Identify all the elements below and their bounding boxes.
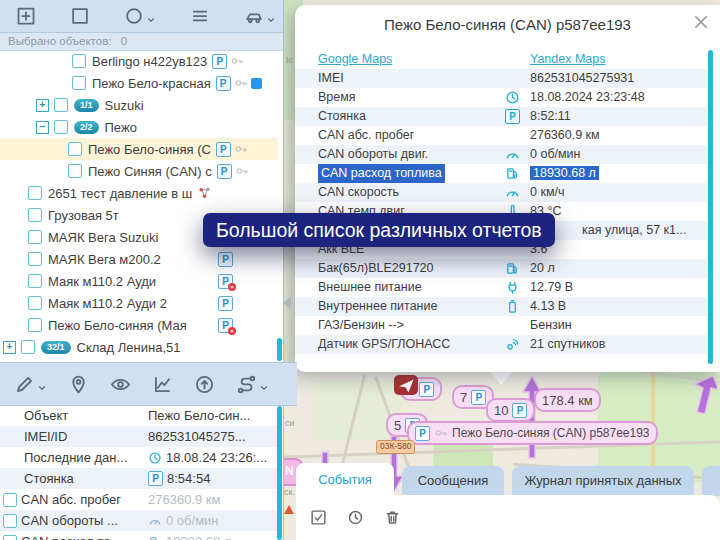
expand-icon[interactable]: + — [3, 341, 16, 354]
expand-icon[interactable]: + — [36, 99, 49, 112]
tree-item[interactable]: Пежо Бело-синяя (СP — [0, 138, 278, 160]
vehicle-filter-icon[interactable] — [244, 6, 264, 26]
popup-value-text: 18.08.2024 23:23:48 — [530, 90, 645, 104]
add-unit-group — [16, 6, 36, 26]
popup-scrollbar[interactable] — [708, 50, 713, 364]
unit-checkbox[interactable] — [28, 186, 42, 200]
map-unit-name-badge[interactable]: PПежо Бело-синяя (CAN) p587ee193 — [407, 421, 658, 445]
unit-checkbox[interactable] — [28, 274, 42, 288]
unit-label: Грузовая 5т — [48, 208, 119, 223]
unit-checkbox[interactable] — [28, 252, 42, 266]
unit-details-table: ОбъектПежо Бело-син...IMEI/ID86253104527… — [0, 405, 277, 540]
popup-row-label: Стоянка — [318, 107, 366, 126]
unit-checkbox[interactable] — [54, 120, 68, 134]
parking-icon: P — [212, 54, 227, 69]
select-events-icon[interactable] — [310, 509, 327, 526]
unit-checkbox[interactable] — [72, 54, 86, 68]
selection-area-icon[interactable] — [70, 6, 90, 26]
fuel-icon — [505, 261, 520, 276]
popup-row-value: 4.13 В — [530, 297, 566, 316]
unit-status-icons: P — [216, 142, 248, 157]
tree-item[interactable]: Маяк м110.2 АудиP× — [0, 270, 278, 292]
export-icon[interactable] — [194, 374, 215, 395]
delete-events-group — [384, 509, 401, 526]
yandex-maps-link[interactable]: Yandex Maps — [530, 50, 606, 69]
unit-checkbox[interactable] — [28, 208, 42, 222]
unit-checkbox[interactable] — [68, 142, 82, 156]
popup-row-value: 0 км/ч — [530, 183, 564, 202]
list-view-group — [190, 6, 210, 26]
tab-events[interactable]: События — [296, 463, 394, 496]
sensor-checkbox[interactable] — [3, 535, 17, 540]
unit-checkbox[interactable] — [54, 98, 68, 112]
popup-row: Внутреннее питание4.13 В — [295, 297, 707, 316]
unit-status-icons — [197, 186, 212, 201]
route-icon[interactable] — [236, 374, 257, 395]
unit-status-icons: P — [216, 76, 262, 91]
tree-scrollbar[interactable] — [277, 338, 282, 361]
tree-item[interactable]: Маяк м110.2 Ауди 2P — [0, 292, 278, 314]
unit-checkbox[interactable] — [28, 318, 42, 332]
tree-item[interactable]: 2651 тест давление в ш — [0, 182, 278, 204]
tree-item[interactable]: −2/2Пежо — [0, 116, 278, 138]
close-icon[interactable] — [692, 13, 710, 31]
tab-messages[interactable]: Сообщения — [402, 466, 504, 496]
tree-item[interactable]: +1/1Suzuki — [0, 94, 278, 116]
unit-checkbox[interactable] — [28, 296, 42, 310]
popup-value-text: Бензин — [530, 318, 572, 332]
map-cluster-badge[interactable]: 178.4 км — [534, 388, 601, 412]
google-maps-link[interactable]: Google Maps — [318, 52, 392, 66]
sensor-checkbox[interactable] — [3, 493, 17, 507]
tree-item[interactable]: Пежо Бело-синяя (МаяP× — [0, 314, 278, 336]
detail-value-text: 276360.9 км — [148, 492, 220, 507]
event-history-icon[interactable] — [347, 509, 364, 526]
location-icon[interactable] — [68, 374, 89, 395]
select-events-group — [310, 509, 327, 526]
edit-icon[interactable] — [14, 374, 35, 395]
details-scrollbar[interactable] — [277, 406, 282, 540]
popup-value-text: кая улица, 57 к1... — [582, 223, 686, 237]
units-tree: Berlingo н422ув123PПежо Бело-краснаяP+1/… — [0, 50, 278, 358]
list-view-icon[interactable] — [190, 6, 210, 26]
unit-checkbox[interactable] — [28, 230, 42, 244]
map-distance-label: 178.4 км — [542, 393, 593, 408]
detail-label: CAN абс. пробег — [21, 492, 121, 507]
detail-row: ОбъектПежо Бело-син... — [0, 405, 277, 426]
reports-chart-icon[interactable] — [152, 374, 173, 395]
tree-item[interactable]: Berlingo н422ув123P — [0, 50, 278, 72]
sensor-checkbox[interactable] — [3, 514, 17, 528]
chevron-down-icon[interactable] — [259, 379, 269, 389]
detail-value: Пежо Бело-син... — [148, 408, 250, 423]
collapse-icon[interactable]: − — [36, 121, 49, 134]
panel-collapse-arrow-icon[interactable] — [283, 296, 291, 310]
unit-label: МАЯК Вега Suzuki — [48, 230, 158, 245]
tab-data-journal[interactable]: Журнал принятых данных — [512, 466, 694, 496]
badge-count: 7 — [460, 390, 467, 405]
tree-item[interactable]: +32/1Склад Ленина,51 — [0, 336, 278, 358]
watermark-text: Avito — [645, 502, 714, 534]
avito-logo-icon — [609, 502, 643, 534]
add-unit-icon[interactable] — [16, 6, 36, 26]
tree-item[interactable]: Пежо Синяя (CAN) сP — [0, 160, 278, 182]
chevron-down-icon[interactable] — [37, 379, 47, 389]
chevron-down-icon[interactable] — [266, 11, 276, 21]
unit-checkbox[interactable] — [21, 340, 35, 354]
unit-label: Berlingo н422ув123 — [92, 54, 207, 69]
tab-partial[interactable] — [702, 466, 720, 496]
fuel-icon — [505, 166, 520, 181]
chevron-down-icon[interactable] — [146, 11, 156, 21]
map-cluster-badge[interactable]: 10P — [486, 398, 535, 422]
delete-events-icon[interactable] — [384, 509, 401, 526]
unit-checkbox[interactable] — [72, 76, 86, 90]
fuel-icon — [148, 535, 162, 540]
tree-item[interactable]: Пежо Бело-краснаяP — [0, 72, 278, 94]
unit-checkbox[interactable] — [68, 164, 82, 178]
parking-icon: P — [419, 382, 434, 397]
tree-item[interactable]: МАЯК Вега м200.2P — [0, 248, 278, 270]
geozone-icon[interactable] — [124, 6, 144, 26]
gauge-icon — [148, 514, 162, 528]
popup-row-value: 8:52:11 — [530, 107, 571, 126]
visibility-icon[interactable] — [110, 374, 131, 395]
popup-row-value: 18930.68 л — [530, 164, 599, 183]
popup-row-value: Бензин — [530, 316, 572, 335]
